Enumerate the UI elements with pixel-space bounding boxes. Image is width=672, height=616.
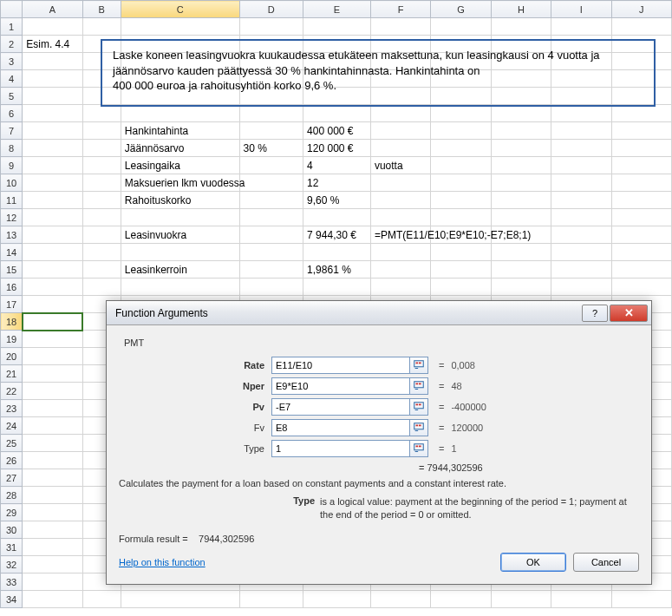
cell-B7[interactable] [82, 122, 121, 140]
cell-A22[interactable] [23, 383, 82, 400]
cell-I6[interactable] [551, 105, 611, 122]
cell-B9[interactable] [82, 157, 121, 174]
cell-C11[interactable]: Rahoituskorko [121, 192, 239, 209]
cell-E1[interactable] [303, 18, 371, 36]
cell-H3[interactable] [491, 53, 551, 70]
cell-B16[interactable] [82, 279, 121, 296]
cell-J11[interactable] [611, 192, 671, 209]
row-header-18[interactable]: 18 [1, 313, 23, 331]
ok-button[interactable]: OK [500, 553, 566, 572]
cell-H15[interactable] [491, 261, 551, 279]
row-header-6[interactable]: 6 [1, 105, 23, 122]
cell-H34[interactable] [491, 591, 551, 608]
row-header-23[interactable]: 23 [1, 400, 23, 417]
cell-D3[interactable] [239, 53, 303, 70]
cell-F7[interactable] [370, 122, 430, 140]
row-header-20[interactable]: 20 [1, 348, 23, 365]
cancel-button[interactable]: Cancel [573, 553, 639, 572]
range-selector-icon[interactable] [409, 440, 428, 457]
arg-input-type[interactable] [271, 440, 410, 457]
cell-H12[interactable] [491, 209, 551, 226]
cell-H7[interactable] [491, 122, 551, 140]
cell-F12[interactable] [370, 209, 430, 226]
cell-I15[interactable] [551, 261, 611, 279]
arg-input-pv[interactable] [271, 398, 410, 416]
col-header-A[interactable]: A [23, 1, 82, 18]
cell-J10[interactable] [611, 174, 671, 192]
cell-A1[interactable] [23, 18, 82, 36]
cell-F9[interactable]: vuotta [370, 157, 430, 174]
cell-E15[interactable]: 1,9861 % [303, 261, 371, 279]
row-header-33[interactable]: 33 [1, 573, 23, 591]
cell-A3[interactable] [23, 53, 82, 70]
cell-G14[interactable] [431, 244, 491, 261]
cell-F15[interactable] [370, 261, 430, 279]
cell-A19[interactable] [23, 331, 82, 348]
cell-A18[interactable] [23, 313, 82, 331]
cell-I9[interactable] [551, 157, 611, 174]
cell-G15[interactable] [431, 261, 491, 279]
cell-E14[interactable] [303, 244, 371, 261]
cell-H10[interactable] [491, 174, 551, 192]
cell-B1[interactable] [82, 18, 121, 36]
cell-I34[interactable] [551, 591, 611, 608]
cell-H4[interactable] [491, 70, 551, 88]
cell-C10[interactable]: Maksuerien lkm vuodessa [121, 174, 239, 192]
row-header-31[interactable]: 31 [1, 539, 23, 556]
cell-A6[interactable] [23, 105, 82, 122]
cell-A23[interactable] [23, 400, 82, 417]
cell-I12[interactable] [551, 209, 611, 226]
cell-H8[interactable] [491, 140, 551, 157]
row-header-11[interactable]: 11 [1, 192, 23, 209]
cell-D2[interactable] [239, 36, 303, 53]
row-header-25[interactable]: 25 [1, 435, 23, 452]
cell-J5[interactable] [611, 88, 671, 105]
cell-F8[interactable] [370, 140, 430, 157]
row-header-17[interactable]: 17 [1, 296, 23, 313]
cell-B8[interactable] [82, 140, 121, 157]
cell-G12[interactable] [431, 209, 491, 226]
cell-D5[interactable] [239, 88, 303, 105]
cell-A20[interactable] [23, 348, 82, 365]
cell-I3[interactable] [551, 53, 611, 70]
cell-C1[interactable] [121, 18, 239, 36]
cell-A8[interactable] [23, 140, 82, 157]
col-header-J[interactable]: J [611, 1, 671, 18]
cell-C5[interactable] [121, 88, 239, 105]
cell-A25[interactable] [23, 435, 82, 452]
cell-C34[interactable] [121, 591, 239, 608]
cell-D14[interactable] [239, 244, 303, 261]
cell-J2[interactable] [611, 36, 671, 53]
cell-A2[interactable]: Esim. 4.4 [23, 36, 82, 53]
row-header-22[interactable]: 22 [1, 383, 23, 400]
cell-C12[interactable] [121, 209, 239, 226]
row-header-4[interactable]: 4 [1, 70, 23, 88]
cell-G7[interactable] [431, 122, 491, 140]
cell-G10[interactable] [431, 174, 491, 192]
cell-J7[interactable] [611, 122, 671, 140]
cell-E8[interactable]: 120 000 € [303, 140, 371, 157]
cell-F16[interactable] [370, 279, 430, 296]
cell-F6[interactable] [370, 105, 430, 122]
cell-A24[interactable] [23, 417, 82, 435]
cell-C7[interactable]: Hankintahinta [121, 122, 239, 140]
cell-I10[interactable] [551, 174, 611, 192]
col-header-G[interactable]: G [431, 1, 491, 18]
cell-A5[interactable] [23, 88, 82, 105]
cell-H13[interactable] [491, 226, 551, 244]
cell-D8[interactable]: 30 % [239, 140, 303, 157]
cell-I4[interactable] [551, 70, 611, 88]
cell-D10[interactable] [239, 174, 303, 192]
cell-C13[interactable]: Leasinvuokra [121, 226, 239, 244]
cell-D7[interactable] [239, 122, 303, 140]
cell-C8[interactable]: Jäännösarvo [121, 140, 239, 157]
row-header-24[interactable]: 24 [1, 417, 23, 435]
cell-C14[interactable] [121, 244, 239, 261]
arg-input-fv[interactable] [271, 419, 410, 436]
cell-E4[interactable] [303, 70, 371, 88]
row-header-21[interactable]: 21 [1, 365, 23, 383]
cell-A26[interactable] [23, 452, 82, 469]
cell-J3[interactable] [611, 53, 671, 70]
cell-F5[interactable] [370, 88, 430, 105]
cell-A31[interactable] [23, 539, 82, 556]
